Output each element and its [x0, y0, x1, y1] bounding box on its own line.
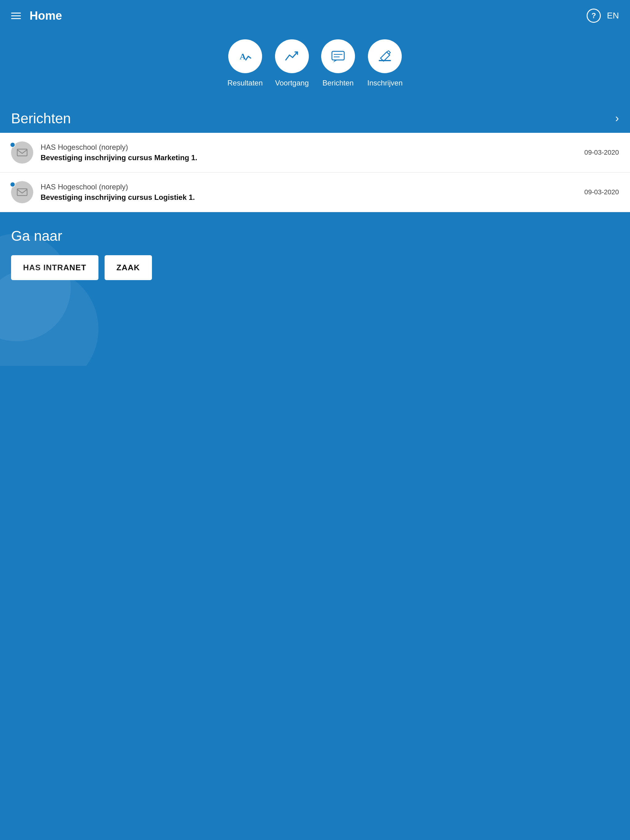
envelope-icon-1 [16, 186, 28, 198]
berichten-nav-label: Berichten [322, 79, 353, 87]
ga-naar-section: Ga naar HAS INTRANET ZAAK [0, 212, 630, 366]
action-berichten[interactable]: Berichten [321, 39, 355, 87]
resultaten-label: Resultaten [227, 79, 263, 87]
hamburger-menu-button[interactable] [11, 13, 21, 19]
message-avatar-wrap-0 [11, 141, 33, 164]
svg-rect-6 [17, 149, 27, 156]
header-left: Home [11, 9, 62, 22]
svg-text:A: A [240, 52, 246, 61]
unread-indicator-1 [10, 182, 15, 187]
voortgang-icon [284, 48, 300, 64]
help-button[interactable]: ? [587, 9, 601, 23]
message-sender-0: HAS Hogeschool (noreply) [41, 143, 577, 152]
berichten-header-row: Berichten › [11, 103, 619, 133]
svg-rect-1 [332, 51, 344, 60]
message-avatar-wrap-1 [11, 181, 33, 203]
header: Home ? EN [0, 0, 630, 30]
action-voortgang[interactable]: Voortgang [275, 39, 309, 87]
messages-list: HAS Hogeschool (noreply) Bevestiging ins… [0, 133, 630, 212]
header-right: ? EN [587, 9, 619, 23]
message-subject-1: Bevestiging inschrijving cursus Logistie… [41, 193, 577, 202]
resultaten-icon: A [237, 48, 253, 64]
message-date-0: 09-03-2020 [584, 148, 619, 156]
zaak-button[interactable]: ZAAK [104, 255, 152, 280]
berichten-icon-circle [321, 39, 355, 73]
message-date-1: 09-03-2020 [584, 188, 619, 196]
page-title: Home [30, 9, 62, 22]
message-subject-0: Bevestiging inschrijving cursus Marketin… [41, 153, 577, 162]
berichten-section-header: Berichten › [0, 103, 630, 133]
message-item-0[interactable]: HAS Hogeschool (noreply) Bevestiging ins… [0, 133, 630, 172]
quick-actions: A Resultaten Voortgang Berichten [0, 30, 630, 103]
action-inschrijven[interactable]: Inschrijven [367, 39, 403, 87]
language-selector[interactable]: EN [607, 11, 619, 21]
ga-naar-title: Ga naar [11, 227, 619, 244]
envelope-icon-0 [16, 147, 28, 158]
message-content-1: HAS Hogeschool (noreply) Bevestiging ins… [41, 183, 577, 202]
resultaten-icon-circle: A [228, 39, 262, 73]
berichten-more-button[interactable]: › [615, 112, 619, 125]
berichten-section-title: Berichten [11, 110, 71, 127]
berichten-icon [330, 48, 346, 64]
action-resultaten[interactable]: A Resultaten [227, 39, 263, 87]
has-intranet-button[interactable]: HAS INTRANET [11, 255, 98, 280]
svg-rect-7 [17, 189, 27, 196]
inschrijven-icon [377, 48, 393, 64]
ga-naar-buttons: HAS INTRANET ZAAK [11, 255, 619, 280]
message-item-1[interactable]: HAS Hogeschool (noreply) Bevestiging ins… [0, 172, 630, 212]
inschrijven-label: Inschrijven [367, 79, 403, 87]
voortgang-icon-circle [275, 39, 309, 73]
message-sender-1: HAS Hogeschool (noreply) [41, 183, 577, 191]
inschrijven-icon-circle [368, 39, 402, 73]
voortgang-label: Voortgang [275, 79, 309, 87]
message-content-0: HAS Hogeschool (noreply) Bevestiging ins… [41, 143, 577, 162]
unread-indicator-0 [10, 142, 15, 148]
